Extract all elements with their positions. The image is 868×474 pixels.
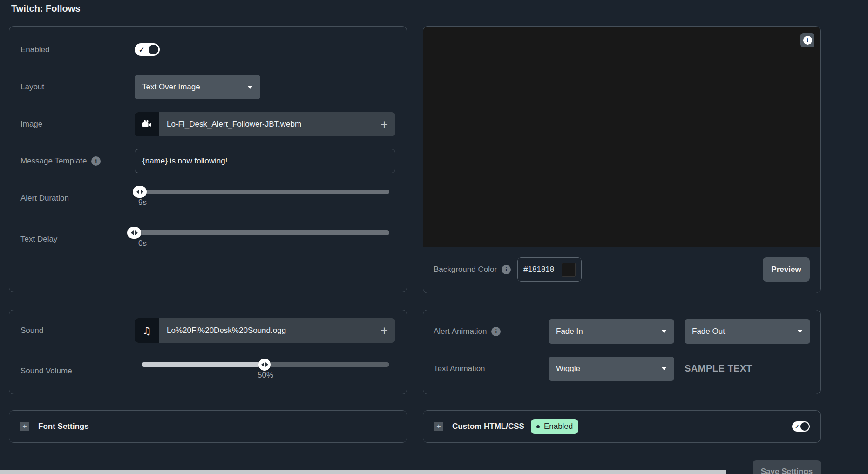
image-file-field[interactable]: Lo-Fi_Desk_Alert_Follower-JBT.webm + xyxy=(135,112,395,136)
message-template-input[interactable]: {name} is now following! xyxy=(135,149,395,173)
info-icon[interactable]: i xyxy=(502,265,511,274)
sound-volume-slider[interactable] xyxy=(142,362,389,367)
message-template-row: Message Template i {name} is now followi… xyxy=(20,149,395,173)
text-delay-row: Text Delay 0s xyxy=(20,224,395,254)
alert-settings-page: Twitch: Follows Enabled ✓ Layout Text Ov… xyxy=(0,0,868,474)
alert-duration-row: Alert Duration 9s xyxy=(20,183,395,213)
color-swatch[interactable] xyxy=(562,263,576,277)
preview-card: i Background Color i #181818 Preview xyxy=(423,26,821,293)
font-settings-card: + Font Settings xyxy=(9,410,407,443)
sound-file-name: Lo%20Fi%20Desk%20Sound.ogg xyxy=(159,326,286,335)
custom-html-toggle[interactable]: ✓ xyxy=(792,421,810,432)
chevron-down-icon xyxy=(661,330,667,333)
enabled-toggle[interactable]: ✓ xyxy=(135,43,160,56)
animation-in-value: Fade In xyxy=(556,327,583,336)
sound-volume-slider-handle[interactable] xyxy=(258,359,271,371)
slider-arrows-icon xyxy=(136,190,139,194)
layout-dropdown-value: Text Over Image xyxy=(142,82,200,92)
expand-icon[interactable]: + xyxy=(434,422,443,431)
text-animation-label: Text Animation xyxy=(434,364,549,373)
text-animation-row: Text Animation Wiggle SAMPLE TEXT xyxy=(434,356,809,381)
slider-arrows-icon xyxy=(261,362,264,367)
alert-duration-value: 9s xyxy=(135,198,389,207)
badge-label: Enabled xyxy=(544,422,573,431)
image-row: Image Lo-Fi_Desk_Alert_Follower-JBT.webm… xyxy=(20,112,395,136)
chevron-down-icon xyxy=(247,86,253,89)
check-icon: ✓ xyxy=(139,46,145,53)
text-delay-slider[interactable] xyxy=(135,230,389,235)
enabled-badge: Enabled xyxy=(531,419,578,434)
enabled-row: Enabled ✓ xyxy=(20,43,395,56)
message-template-label: Message Template xyxy=(20,156,87,166)
image-file-name: Lo-Fi_Desk_Alert_Follower-JBT.webm xyxy=(159,120,301,129)
alert-duration-slider-handle[interactable] xyxy=(133,186,147,198)
alert-duration-slider[interactable] xyxy=(135,190,389,194)
layout-dropdown[interactable]: Text Over Image xyxy=(135,75,260,99)
add-image-button[interactable]: + xyxy=(380,118,395,131)
animation-card: Alert Animation i Fade In Fade Out Text … xyxy=(423,310,821,394)
text-delay-value: 0s xyxy=(135,239,389,248)
background-color-hex: #181818 xyxy=(523,265,554,274)
animation-in-dropdown[interactable]: Fade In xyxy=(549,319,674,344)
badge-dot-icon xyxy=(536,425,540,428)
font-settings-title: Font Settings xyxy=(38,422,89,431)
chevron-down-icon xyxy=(661,367,667,370)
music-note-icon: ♫ xyxy=(135,318,159,343)
page-title: Twitch: Follows xyxy=(11,3,81,14)
sound-volume-value: 50% xyxy=(142,371,389,380)
video-camera-icon xyxy=(135,112,159,136)
text-delay-label: Text Delay xyxy=(20,235,135,244)
slider-fill xyxy=(142,362,265,367)
preview-button[interactable]: Preview xyxy=(763,257,810,282)
preview-controls-bar: Background Color i #181818 Preview xyxy=(423,246,820,293)
alert-animation-row: Alert Animation i Fade In Fade Out xyxy=(434,319,809,344)
background-color-input[interactable]: #181818 xyxy=(517,257,582,282)
sound-row: Sound ♫ Lo%20Fi%20Desk%20Sound.ogg + xyxy=(20,318,395,343)
info-icon: i xyxy=(803,36,812,45)
animation-out-dropdown[interactable]: Fade Out xyxy=(685,319,810,344)
custom-html-title: Custom HTML/CSS xyxy=(452,422,524,431)
chevron-down-icon xyxy=(797,330,803,333)
alert-animation-label: Alert Animation xyxy=(434,327,487,336)
main-settings-card: Enabled ✓ Layout Text Over Image Image L… xyxy=(9,26,407,292)
sound-volume-row: Sound Volume 50% xyxy=(20,356,395,386)
expand-icon[interactable]: + xyxy=(20,422,29,431)
preview-info-button[interactable]: i xyxy=(800,33,814,47)
sound-card: Sound ♫ Lo%20Fi%20Desk%20Sound.ogg + Sou… xyxy=(9,310,407,394)
alert-duration-label: Alert Duration xyxy=(20,194,135,203)
toggle-knob xyxy=(149,45,158,54)
sample-text-preview: SAMPLE TEXT xyxy=(685,363,753,374)
add-sound-button[interactable]: + xyxy=(380,325,395,337)
bottom-scroll-strip xyxy=(0,470,726,474)
toggle-knob xyxy=(800,422,809,431)
text-animation-value: Wiggle xyxy=(556,364,580,373)
slider-arrows-icon xyxy=(131,230,134,235)
save-settings-button[interactable]: Save Settings xyxy=(753,460,821,474)
layout-row: Layout Text Over Image xyxy=(20,75,395,99)
message-template-value: {name} is now following! xyxy=(142,156,227,166)
info-icon[interactable]: i xyxy=(491,327,501,336)
text-delay-slider-handle[interactable] xyxy=(127,227,141,239)
info-icon[interactable]: i xyxy=(91,156,101,166)
enabled-label: Enabled xyxy=(20,45,135,54)
background-color-label: Background Color xyxy=(434,265,497,274)
animation-out-value: Fade Out xyxy=(692,327,725,336)
check-icon: ✓ xyxy=(795,424,799,429)
text-animation-dropdown[interactable]: Wiggle xyxy=(549,357,674,381)
image-label: Image xyxy=(20,120,135,129)
sound-file-field[interactable]: ♫ Lo%20Fi%20Desk%20Sound.ogg + xyxy=(135,318,395,343)
alert-preview-area: i xyxy=(423,27,820,247)
custom-html-card: + Custom HTML/CSS Enabled ✓ xyxy=(423,410,821,443)
sound-label: Sound xyxy=(20,326,135,335)
layout-label: Layout xyxy=(20,82,135,92)
sound-volume-label: Sound Volume xyxy=(20,366,135,376)
